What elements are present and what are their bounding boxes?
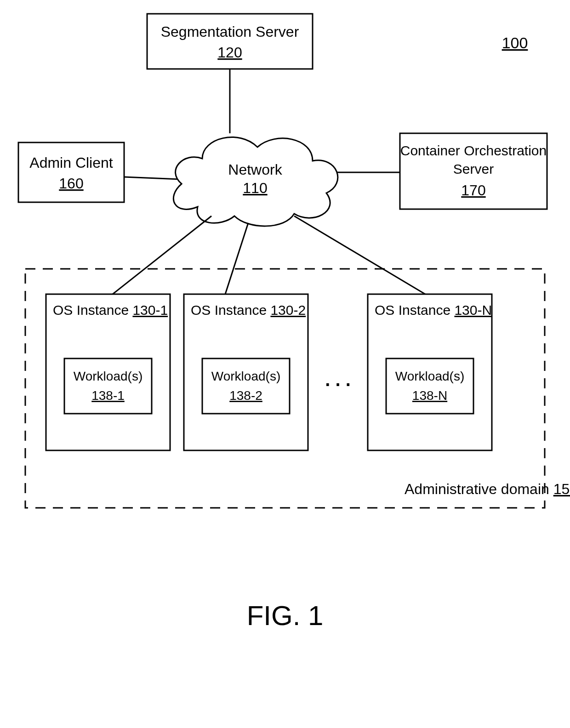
- workload-1-ref: 138-1: [91, 388, 125, 403]
- os-instance-n-title: OS Instance 130-N: [375, 302, 492, 318]
- admin-client-box: [18, 142, 124, 202]
- diagram-canvas: 100 Segmentation Server 120 Admin Client…: [0, 0, 570, 728]
- container-server-title1: Container Orchestration: [400, 143, 547, 158]
- os-instance-2-title: OS Instance 130-2: [191, 302, 306, 318]
- container-server-title2: Server: [453, 161, 494, 176]
- segmentation-server-box: [147, 14, 313, 69]
- admin-domain-label: Administrative domain 150: [405, 481, 570, 497]
- segmentation-server-ref: 120: [217, 44, 242, 61]
- connector-network-os3: [294, 216, 425, 294]
- workload-1-title: Workload(s): [74, 369, 142, 383]
- workload-2-title: Workload(s): [211, 369, 280, 383]
- workload-n-box: [386, 358, 473, 414]
- os-instance-1-title: OS Instance 130-1: [53, 302, 168, 318]
- workload-n-title: Workload(s): [395, 369, 464, 383]
- connector-admin-network: [124, 177, 179, 179]
- connector-network-os2: [225, 223, 248, 294]
- segmentation-server-title: Segmentation Server: [161, 23, 299, 40]
- workload-2-box: [202, 358, 290, 414]
- workload-n-ref: 138-N: [412, 388, 447, 403]
- workload-1-box: [64, 358, 152, 414]
- workload-2-ref: 138-2: [229, 388, 262, 403]
- ellipsis: . . .: [325, 370, 351, 390]
- admin-client-ref: 160: [59, 175, 83, 192]
- network-ref: 110: [243, 180, 267, 196]
- figure-ref-label: 100: [502, 34, 528, 51]
- connector-network-os1: [113, 216, 211, 294]
- container-server-ref: 170: [461, 182, 485, 199]
- figure-caption: FIG. 1: [247, 600, 324, 631]
- network-title: Network: [228, 161, 282, 178]
- admin-client-title: Admin Client: [29, 154, 113, 171]
